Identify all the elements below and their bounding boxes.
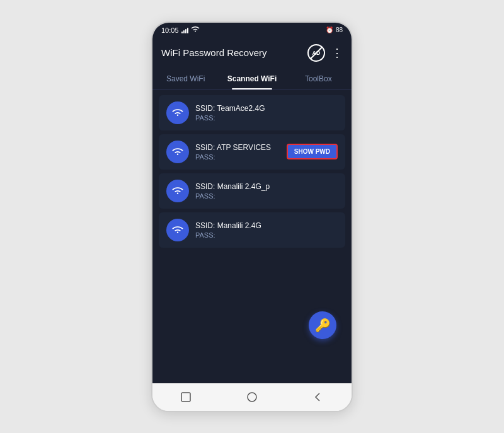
tabs-bar: Saved WiFi Scanned WiFi ToolBox: [152, 68, 352, 90]
wifi-ssid-2: SSID: ATP SERVICES: [195, 143, 280, 152]
wifi-pass-3: PASS:: [195, 192, 338, 200]
more-options-icon[interactable]: ⋮: [331, 46, 343, 60]
status-time: 10:05: [161, 26, 179, 34]
wifi-ssid-4: SSID: Manalili 2.4G: [195, 221, 338, 230]
wifi-ssid-3: SSID: Manalili 2.4G_p: [195, 182, 338, 191]
tab-saved-wifi[interactable]: Saved WiFi: [152, 68, 219, 89]
wifi-item-3: SSID: Manalili 2.4G_p PASS:: [159, 173, 345, 209]
status-right: ⏰ 88: [326, 26, 343, 33]
svg-point-1: [248, 393, 256, 401]
wifi-ssid-1: SSID: TeamAce2.4G: [195, 104, 338, 113]
app-header: WiFi Password Recovery AD ⋮: [152, 38, 352, 68]
status-left: 10:05: [161, 26, 200, 34]
wifi-pass-2: PASS:: [195, 153, 280, 161]
wifi-info-2: SSID: ATP SERVICES PASS:: [195, 143, 280, 161]
signal-bars-icon: [181, 27, 188, 33]
fab-key-button[interactable]: 🔑: [309, 311, 336, 339]
header-icons: AD ⋮: [307, 44, 343, 62]
alarm-icon: ⏰: [326, 26, 333, 33]
nav-home-button[interactable]: [245, 390, 259, 404]
battery-text: 88: [336, 26, 343, 33]
wifi-item-2: SSID: ATP SERVICES PASS: SHOW PWD: [159, 134, 345, 170]
wifi-icon-circle-1: [166, 101, 189, 124]
wifi-info-4: SSID: Manalili 2.4G PASS:: [195, 221, 338, 239]
wifi-info-1: SSID: TeamAce2.4G PASS:: [195, 104, 338, 122]
phone-frame: 10:05 ⏰ 88 WiFi Password Rec: [151, 21, 353, 412]
svg-rect-0: [181, 393, 190, 401]
key-icon: 🔑: [315, 318, 331, 333]
wifi-pass-4: PASS:: [195, 231, 338, 239]
tab-toolbox[interactable]: ToolBox: [285, 68, 352, 89]
ad-icon[interactable]: AD: [307, 44, 325, 62]
wifi-list: SSID: TeamAce2.4G PASS:: [152, 90, 352, 253]
nav-recents-button[interactable]: [179, 390, 193, 404]
wifi-item-4: SSID: Manalili 2.4G PASS:: [159, 212, 345, 248]
content-wrapper: SSID: TeamAce2.4G PASS:: [152, 90, 352, 383]
tab-scanned-wifi[interactable]: Scanned WiFi: [219, 68, 285, 89]
wifi-info-3: SSID: Manalili 2.4G_p PASS:: [195, 182, 338, 200]
wifi-status-icon: [191, 26, 200, 34]
nav-bar: [152, 383, 352, 411]
wifi-pass-1: PASS:: [195, 114, 338, 122]
app-title: WiFi Password Recovery: [161, 47, 267, 58]
wifi-icon-circle-4: [166, 219, 189, 241]
wifi-icon-circle-3: [166, 180, 189, 202]
wifi-icon-circle-2: [166, 141, 189, 163]
status-bar: 10:05 ⏰ 88: [152, 23, 352, 38]
nav-back-button[interactable]: [311, 390, 325, 404]
show-pwd-button[interactable]: SHOW PWD: [287, 144, 338, 159]
wifi-item-1: SSID: TeamAce2.4G PASS:: [159, 95, 345, 130]
